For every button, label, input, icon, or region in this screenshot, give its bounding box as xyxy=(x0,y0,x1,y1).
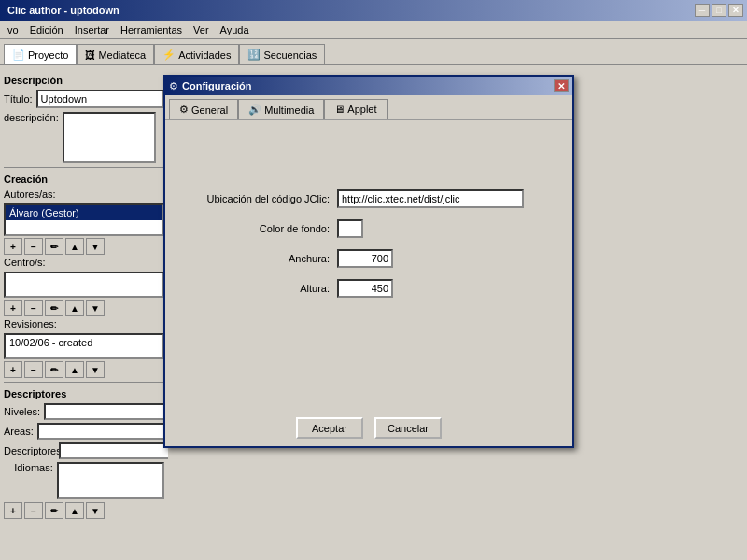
dialog-tab-general[interactable]: ⚙ General xyxy=(169,99,238,119)
ubicacion-input[interactable] xyxy=(337,189,524,208)
maximize-button[interactable]: □ xyxy=(712,4,726,17)
applet-icon: 🖥 xyxy=(334,104,345,115)
dialog-body: Ubicación del código JClic: Color de fon… xyxy=(165,120,572,410)
title-bar: Clic author - uptodown ─ □ ✕ xyxy=(0,0,747,21)
dialog-tab-bar: ⚙ General 🔊 Multimedia 🖥 Applet xyxy=(165,95,572,120)
dialog-close-button[interactable]: ✕ xyxy=(554,79,569,92)
multimedia-icon: 🔊 xyxy=(248,104,261,116)
menu-bar: vo Edición Insertar Herramientas Ver Ayu… xyxy=(0,21,747,39)
dialog-tab-applet[interactable]: 🖥 Applet xyxy=(324,99,387,119)
title-bar-text: Clic author - uptodown xyxy=(4,5,120,16)
tab-proyecto[interactable]: 📄 Proyecto xyxy=(4,44,77,64)
close-button[interactable]: ✕ xyxy=(728,4,743,17)
dialog-config-icon: ⚙ xyxy=(169,80,178,92)
color-fondo-picker[interactable] xyxy=(337,219,363,238)
anchura-row: Anchura: xyxy=(180,249,557,268)
title-bar-buttons: ─ □ ✕ xyxy=(695,4,743,17)
dialog-title-bar: ⚙ Configuración ✕ xyxy=(165,77,572,95)
actividades-icon: ⚡ xyxy=(162,49,176,61)
aceptar-button[interactable]: Aceptar xyxy=(296,417,363,439)
toolbar: 📄 Proyecto 🖼 Mediateca ⚡ Actividades 🔢 S… xyxy=(0,39,747,65)
anchura-label: Anchura: xyxy=(180,253,330,264)
ubicacion-label: Ubicación del código JClic: xyxy=(180,193,330,204)
menu-ayuda[interactable]: Ayuda xyxy=(215,22,255,37)
menu-herramientas[interactable]: Herramientas xyxy=(115,22,188,37)
dialog-title-text: Configuración xyxy=(182,80,252,91)
minimize-button[interactable]: ─ xyxy=(695,4,710,17)
menu-vo[interactable]: vo xyxy=(2,22,24,37)
proyecto-icon: 📄 xyxy=(12,49,25,61)
tab-mediateca[interactable]: 🖼 Mediateca xyxy=(77,44,154,64)
mediateca-icon: 🖼 xyxy=(85,49,95,61)
tab-actividades[interactable]: ⚡ Actividades xyxy=(154,44,239,64)
menu-edicion[interactable]: Edición xyxy=(24,22,69,37)
color-fondo-row: Color de fondo: xyxy=(180,219,557,238)
altura-input[interactable] xyxy=(337,279,393,298)
configuracion-dialog: ⚙ Configuración ✕ ⚙ General 🔊 Multimedia… xyxy=(163,75,574,448)
menu-ver[interactable]: Ver xyxy=(188,22,215,37)
modal-overlay: ⚙ Configuración ✕ ⚙ General 🔊 Multimedia… xyxy=(0,65,747,560)
ubicacion-row: Ubicación del código JClic: xyxy=(180,189,557,208)
cancelar-button[interactable]: Cancelar xyxy=(374,417,442,439)
altura-label: Altura: xyxy=(180,283,330,294)
dialog-footer: Aceptar Cancelar xyxy=(165,410,572,446)
secuencias-icon: 🔢 xyxy=(247,49,261,61)
menu-insertar[interactable]: Insertar xyxy=(69,22,115,37)
dialog-tab-multimedia[interactable]: 🔊 Multimedia xyxy=(238,99,324,119)
anchura-input[interactable] xyxy=(337,249,393,268)
tab-secuencias[interactable]: 🔢 Secuencias xyxy=(239,44,325,64)
main-content: Descripción Título: descripción: Creació… xyxy=(0,65,747,560)
color-fondo-label: Color de fondo: xyxy=(180,223,330,234)
altura-row: Altura: xyxy=(180,279,557,298)
general-icon: ⚙ xyxy=(179,104,189,116)
